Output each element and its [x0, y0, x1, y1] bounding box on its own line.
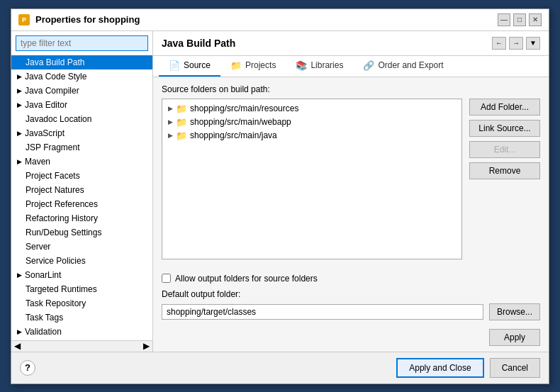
title-bar: P Properties for shopping — □ ✕ — [11, 9, 549, 31]
tree-item-label: shopping/src/main/java — [190, 130, 277, 140]
apply-row: Apply — [153, 325, 549, 352]
help-button[interactable]: ? — [20, 360, 35, 376]
sidebar-item-server[interactable]: Server — [11, 240, 152, 254]
sidebar-item-label: Project Facets — [26, 171, 80, 181]
panel-title: Java Build Path — [162, 38, 235, 49]
tab-label: Source — [184, 60, 211, 70]
allow-output-checkbox[interactable] — [162, 274, 171, 283]
sidebar-item-label: SonarLint — [25, 270, 61, 280]
tab-source[interactable]: 📄Source — [159, 56, 220, 77]
sidebar-item-rundebug-settings[interactable]: Run/Debug Settings — [11, 225, 152, 240]
link-source-button[interactable]: Link Source... — [469, 120, 540, 137]
properties-dialog: P Properties for shopping — □ ✕ Java Bui… — [11, 9, 549, 384]
sidebar-item-label: Project Natures — [26, 185, 84, 195]
expand-arrow-icon: ▶ — [17, 158, 22, 165]
sidebar-item-label: Java Code Style — [25, 72, 86, 82]
minimize-button[interactable]: — — [498, 13, 510, 26]
remove-button[interactable]: Remove — [469, 162, 540, 179]
sidebar-item-refactoring-history[interactable]: Refactoring History — [11, 211, 152, 225]
sidebar-item-project-natures[interactable]: Project Natures — [11, 183, 152, 197]
sidebar-scroll-controls: ◀ ▶ — [11, 340, 152, 352]
sidebar-item-validation[interactable]: ▶Validation — [11, 325, 152, 339]
tree-item-label: shopping/src/main/webapp — [190, 117, 291, 127]
sidebar-item-java-code-style[interactable]: ▶Java Code Style — [11, 69, 152, 84]
scroll-right-icon[interactable]: ▶ — [143, 341, 150, 351]
sidebar-item-project-references[interactable]: Project References — [11, 197, 152, 211]
sidebar-item-java-build-path[interactable]: Java Build Path — [11, 55, 152, 69]
sidebar-item-label: Validation — [25, 327, 62, 337]
filter-input[interactable] — [16, 35, 148, 51]
main-content: Java Build Path▶Java Code Style▶Java Com… — [11, 31, 549, 352]
tab-label: Order and Export — [378, 60, 443, 70]
tab-order-and-export[interactable]: 🔗Order and Export — [353, 56, 453, 77]
nav-back-button[interactable]: ← — [492, 37, 506, 50]
sidebar-item-label: Javadoc Location — [26, 114, 91, 124]
nav-down-button[interactable]: ▼ — [526, 37, 540, 50]
sidebar-item-javadoc-location[interactable]: Javadoc Location — [11, 112, 152, 126]
dialog-title: Properties for shopping — [35, 14, 492, 25]
tree-item[interactable]: ▶📁shopping/src/main/resources — [165, 102, 459, 116]
tree-folder-icon: 📁 — [176, 130, 187, 141]
tree-expand-icon: ▶ — [168, 105, 173, 112]
sidebar-item-java-editor[interactable]: ▶Java Editor — [11, 98, 152, 112]
expand-arrow-icon: ▶ — [17, 328, 22, 335]
sidebar-item-label: Maven — [25, 157, 50, 167]
svg-text:P: P — [22, 16, 26, 23]
order and export-tab-icon: 🔗 — [363, 60, 374, 71]
sidebar-item-maven[interactable]: ▶Maven — [11, 155, 152, 169]
tree-expand-icon: ▶ — [168, 118, 173, 125]
apply-button[interactable]: Apply — [489, 329, 540, 346]
sidebar-item-label: Project References — [26, 199, 98, 209]
dialog-icon: P — [18, 14, 30, 26]
close-button[interactable]: ✕ — [529, 13, 542, 26]
sidebar-item-label: Server — [26, 242, 50, 252]
tab-libraries[interactable]: 📚Libraries — [286, 56, 353, 77]
source-actions: Add Folder... Link Source... Edit... Rem… — [469, 99, 540, 259]
sidebar-item-project-facets[interactable]: Project Facets — [11, 169, 152, 183]
cancel-button[interactable]: Cancel — [490, 358, 540, 378]
sidebar-item-label: Refactoring History — [26, 213, 98, 223]
add-folder-button[interactable]: Add Folder... — [469, 99, 540, 116]
sidebar-item-javascript[interactable]: ▶JavaScript — [11, 126, 152, 140]
footer-left: ? — [20, 360, 35, 376]
window-controls: — □ ✕ — [498, 13, 542, 26]
tree-item[interactable]: ▶📁shopping/src/main/webapp — [165, 116, 459, 129]
footer-right: Apply and Close Cancel — [396, 358, 540, 378]
sidebar: Java Build Path▶Java Code Style▶Java Com… — [11, 31, 153, 352]
tree-item[interactable]: ▶📁shopping/src/main/java — [165, 129, 459, 142]
section-label: Source folders on build path: — [162, 84, 540, 94]
tab-projects[interactable]: 📁Projects — [220, 56, 286, 77]
sidebar-item-label: JavaScript — [25, 128, 65, 138]
edit-button[interactable]: Edit... — [469, 141, 540, 158]
scroll-left-icon[interactable]: ◀ — [14, 341, 21, 351]
sidebar-item-label: Task Repository — [26, 298, 86, 308]
bottom-options: Allow output folders for source folders … — [153, 267, 549, 325]
output-row: Default output folder: — [162, 289, 540, 299]
libraries-tab-icon: 📚 — [296, 60, 307, 71]
expand-arrow-icon: ▶ — [17, 73, 22, 80]
panel-header: Java Build Path ← → ▼ — [153, 31, 549, 56]
sidebar-item-label: Service Policies — [26, 256, 86, 266]
checkbox-label: Allow output folders for source folders — [175, 274, 318, 284]
expand-arrow-icon: ▶ — [17, 271, 22, 279]
sidebar-item-sonarlint[interactable]: ▶SonarLint — [11, 268, 152, 282]
right-panel: Java Build Path ← → ▼ 📄Source📁Projects📚L… — [153, 31, 549, 352]
sidebar-list: Java Build Path▶Java Code Style▶Java Com… — [11, 55, 152, 340]
tree-folder-icon: 📁 — [176, 103, 187, 114]
source-tree[interactable]: ▶📁shopping/src/main/resources▶📁shopping/… — [162, 99, 462, 259]
apply-close-button[interactable]: Apply and Close — [396, 358, 483, 378]
tab-label: Projects — [245, 60, 276, 70]
nav-forward-button[interactable]: → — [509, 37, 523, 50]
sidebar-item-targeted-runtimes[interactable]: Targeted Runtimes — [11, 282, 152, 296]
maximize-button[interactable]: □ — [513, 13, 526, 26]
sidebar-item-service-policies[interactable]: Service Policies — [11, 254, 152, 268]
sidebar-item-label: Targeted Runtimes — [26, 284, 97, 294]
source-tab-icon: 📄 — [169, 60, 180, 71]
projects-tab-icon: 📁 — [230, 60, 242, 71]
sidebar-item-java-compiler[interactable]: ▶Java Compiler — [11, 84, 152, 98]
browse-button[interactable]: Browse... — [489, 303, 540, 320]
sidebar-item-task-repository[interactable]: Task Repository — [11, 296, 152, 310]
sidebar-item-jsp-fragment[interactable]: JSP Fragment — [11, 140, 152, 155]
sidebar-item-task-tags[interactable]: Task Tags — [11, 310, 152, 325]
output-input[interactable] — [162, 304, 483, 320]
